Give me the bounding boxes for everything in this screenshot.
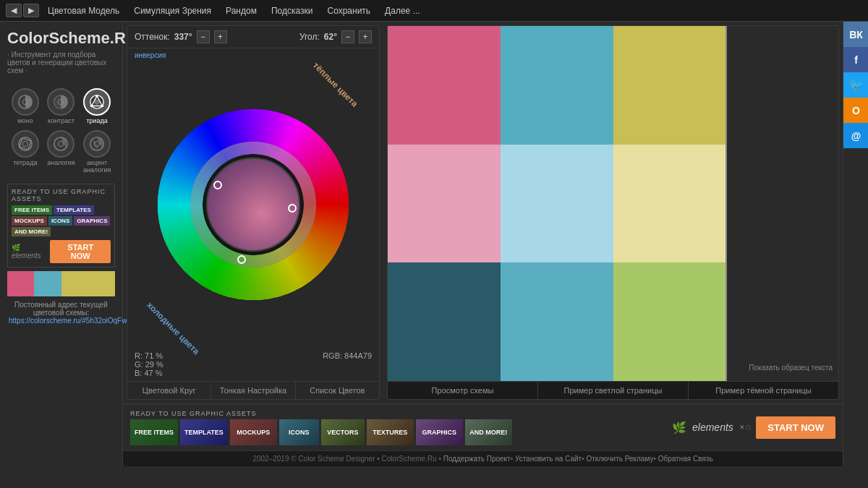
start-now-button-bottom[interactable]: START NOW [756,416,835,439]
wheel-section: Оттенок: 337° − + Угол: 62° − + инверсия [127,25,380,400]
svg-point-14 [59,141,64,146]
scheme-triad-label: триада [86,117,107,124]
hue-plus[interactable]: + [214,30,227,43]
wheel-dot-3[interactable] [237,255,246,264]
ad-graphics[interactable]: GRAPHICS [74,216,110,226]
inversion-link[interactable]: инверсия [135,51,166,59]
svg-point-6 [94,99,99,104]
color-cell-5[interactable] [501,145,613,263]
color-strip-4[interactable] [88,271,115,296]
bottom-ad-free[interactable]: FREE ITEMS [130,419,178,445]
top-navigation: ◀ ▶ Цветовая Модель Симуляция Зрения Ран… [0,0,868,22]
angle-plus[interactable]: + [359,30,372,43]
elements-logo: 🌿 elements [12,244,50,260]
footer-link-install[interactable]: Установить на Сайт [515,455,582,463]
color-wheel[interactable] [156,107,351,302]
bottom-ad-icons[interactable]: ICONS [279,419,319,445]
color-cell-7[interactable] [726,145,838,263]
social-ok[interactable]: О [843,98,868,123]
bottom-ad-title: READY TO USE GRAPHIC ASSETS [130,410,512,417]
color-strip-3[interactable] [61,271,88,296]
social-mail[interactable]: @ [843,123,868,148]
footer-link-support[interactable]: Поддержать Проект [443,455,511,463]
color-cell-6[interactable] [613,145,726,263]
start-now-button-top[interactable]: START NOW [50,240,111,263]
svg-rect-11 [20,138,31,150]
wheel-tabs: Цветовой Круг Тонкая Настройка Список Цв… [127,381,379,399]
bottom-ad-mockups[interactable]: MOCKUPS [230,419,277,445]
bottom-ad-more[interactable]: AND MORE! [465,419,512,445]
angle-value: 62° [324,32,337,42]
color-strip [7,271,115,296]
svg-point-12 [22,141,27,146]
angle-minus[interactable]: − [341,30,354,43]
color-grid-section: Показать образец текста Просмотр схемы П… [387,25,839,400]
left-panel: ColorScheme.Ru · Инструмент для подбора … [0,22,123,466]
wheel-tab-fine[interactable]: Тонкая Настройка [211,382,295,399]
ad-more[interactable]: AND MORE! [12,227,51,236]
svg-point-7 [95,95,98,98]
scheme-accent[interactable]: акцент аналогия [82,130,111,174]
scheme-contrast[interactable]: контраст [46,88,75,124]
ad-mockups[interactable]: MOCKUPS [12,216,47,226]
footer-link-feedback[interactable]: Обратная Связь [658,455,713,463]
scheme-tetrad[interactable]: тетрада [11,130,40,174]
bottom-ad-templates[interactable]: TEMPLATES [180,419,228,445]
bottom-ad-vectors[interactable]: VECTORS [321,419,365,445]
bottom-ad-textures[interactable]: TEXTURES [367,419,414,445]
bottom-ad-right: 🌿 elements ✕ □ START NOW [672,416,835,439]
ad-templates[interactable]: TEMPLATES [54,205,94,215]
wheel-dot-1[interactable] [213,181,222,189]
elements-logo-bottom: elements [692,421,733,433]
permanent-url[interactable]: https://colorscheme.ru/#5h32oiOqFw0w0 [9,317,114,325]
bottom-ad-items: FREE ITEMS TEMPLATES MOCKUPS ICONS [130,419,512,445]
show-text-sample[interactable]: Показать образец текста [749,364,833,372]
rgb-g: G: 29 % [135,360,163,369]
social-facebook[interactable]: f [843,47,868,72]
scheme-types: моно контраст [7,85,115,176]
scheme-triad[interactable]: триада [82,88,111,124]
nav-save[interactable]: Сохранить [320,0,378,22]
ad-free-items[interactable]: FREE ITEMS [12,205,52,215]
grid-tab-light[interactable]: Пример светлой страницы [538,382,689,399]
scheme-analogy[interactable]: аналогия [46,130,75,174]
nav-color-model[interactable]: Цветовая Модель [41,0,127,22]
nav-random[interactable]: Рандом [218,0,264,22]
wheel-tab-list[interactable]: Список Цветов [296,382,379,399]
forward-button[interactable]: ▶ [23,4,39,17]
color-strip-1[interactable] [7,271,34,296]
color-cell-1[interactable] [501,26,613,145]
nav-hints[interactable]: Подсказки [264,0,320,22]
footer-link-disable-ads[interactable]: Отключить Рекламу [586,455,653,463]
wheel-dot-2[interactable] [288,204,297,213]
color-cell-3[interactable] [726,26,838,145]
hue-minus[interactable]: − [197,30,210,43]
scheme-mono-icon [12,88,39,116]
site-title: ColorScheme.Ru [7,29,115,48]
nav-more[interactable]: Далее ... [378,0,427,22]
color-cell-9[interactable] [501,262,613,381]
scheme-accent-label: акцент аналогия [83,159,111,174]
ad-icons[interactable]: ICONS [48,216,72,226]
wheel-tab-circle[interactable]: Цветовой Круг [127,382,211,399]
color-cell-0[interactable] [388,26,501,145]
color-cell-8[interactable] [388,262,501,381]
grid-tab-preview[interactable]: Просмотр схемы [388,382,538,399]
social-sidebar: ВК f 🐦 О @ [843,22,868,466]
color-cell-10[interactable] [613,262,726,381]
scheme-mono[interactable]: моно [11,88,40,124]
grid-tab-dark[interactable]: Пример тёмной страницы [689,382,838,399]
social-vk[interactable]: ВК [843,22,868,47]
color-cell-4[interactable] [388,145,501,263]
bottom-ad-graphics[interactable]: GRAPHICS [416,419,463,445]
nav-vision-sim[interactable]: Симуляция Зрения [127,0,218,22]
back-button[interactable]: ◀ [6,4,22,17]
social-twitter[interactable]: 🐦 [843,72,868,98]
hue-value: 337° [174,32,192,42]
color-cell-2[interactable] [613,26,726,145]
scheme-analogy-label: аналогия [47,159,75,166]
scheme-tetrad-label: тетрада [13,159,37,166]
color-strip-2[interactable] [34,271,61,296]
bottom-ad-banner: READY TO USE GRAPHIC ASSETS FREE ITEMS T… [123,403,843,450]
color-grid [388,26,838,381]
